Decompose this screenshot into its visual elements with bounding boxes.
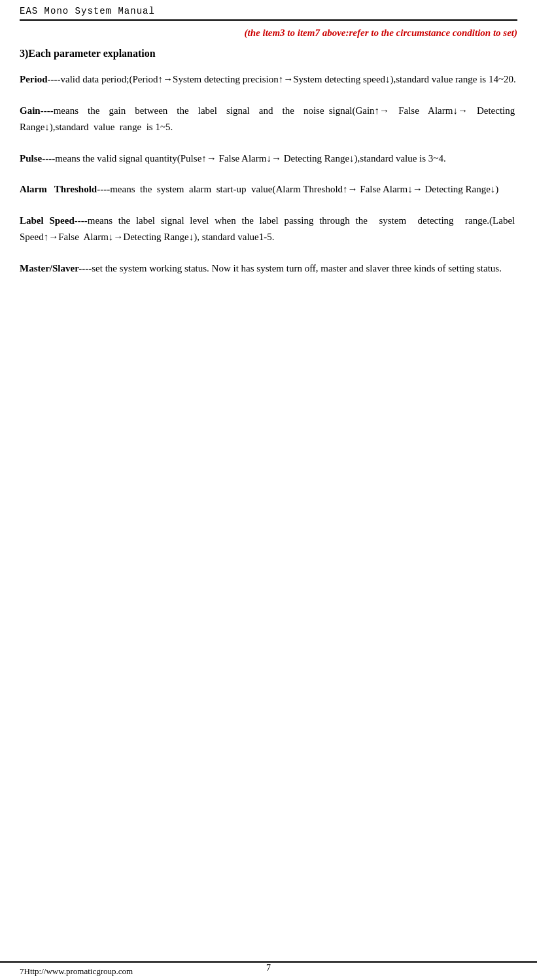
page-container: EAS Mono System Manual (the item3 to ite…: [0, 0, 537, 980]
param-period: Period----valid data period;(Period↑→Sys…: [20, 71, 517, 88]
section-heading: 3)Each parameter explanation: [20, 48, 517, 60]
param-alarm-threshold: Alarm Threshold----means the system alar…: [20, 181, 517, 198]
param-gain: Gain----means the gain between the label…: [20, 103, 517, 136]
param-master-slaver-name: Master/Slaver: [20, 263, 78, 273]
param-label-speed-text: Label Speed----means the label signal le…: [20, 213, 517, 246]
param-gain-text: Gain----means the gain between the label…: [20, 103, 517, 136]
param-pulse-dashes: ----: [42, 153, 55, 164]
param-pulse-name: Pulse: [20, 153, 42, 164]
page-content: (the item3 to item7 above:refer to the c…: [20, 21, 517, 370]
param-alarm-threshold-text: Alarm Threshold----means the system alar…: [20, 181, 517, 198]
param-pulse: Pulse----means the valid signal quantity…: [20, 150, 517, 167]
empty-space: [20, 291, 517, 370]
param-alarm-threshold-name: Alarm Threshold: [20, 184, 97, 194]
param-pulse-text: Pulse----means the valid signal quantity…: [20, 150, 517, 167]
param-label-speed-name: Label Speed: [20, 215, 75, 226]
footer-page-number: 7: [0, 963, 537, 973]
page-number: 7: [266, 963, 271, 973]
page-header: EAS Mono System Manual: [20, 0, 517, 21]
param-master-slaver: Master/Slaver----set the system working …: [20, 260, 517, 277]
param-period-text: Period----valid data period;(Period↑→Sys…: [20, 71, 517, 88]
param-label-speed: Label Speed----means the label signal le…: [20, 213, 517, 246]
notice-text: (the item3 to item7 above:refer to the c…: [245, 27, 517, 38]
param-alarm-threshold-dashes: ----: [97, 184, 110, 194]
notice-line: (the item3 to item7 above:refer to the c…: [20, 27, 517, 39]
param-period-name: Period: [20, 74, 48, 84]
param-gain-dashes: ----: [41, 105, 54, 116]
param-master-slaver-text: Master/Slaver----set the system working …: [20, 260, 517, 277]
param-gain-name: Gain: [20, 105, 41, 116]
header-title: EAS Mono System Manual: [20, 6, 155, 16]
param-label-speed-dashes: ----: [75, 215, 88, 226]
param-master-slaver-dashes: ----: [78, 263, 92, 273]
param-period-dashes: ----: [48, 74, 61, 84]
